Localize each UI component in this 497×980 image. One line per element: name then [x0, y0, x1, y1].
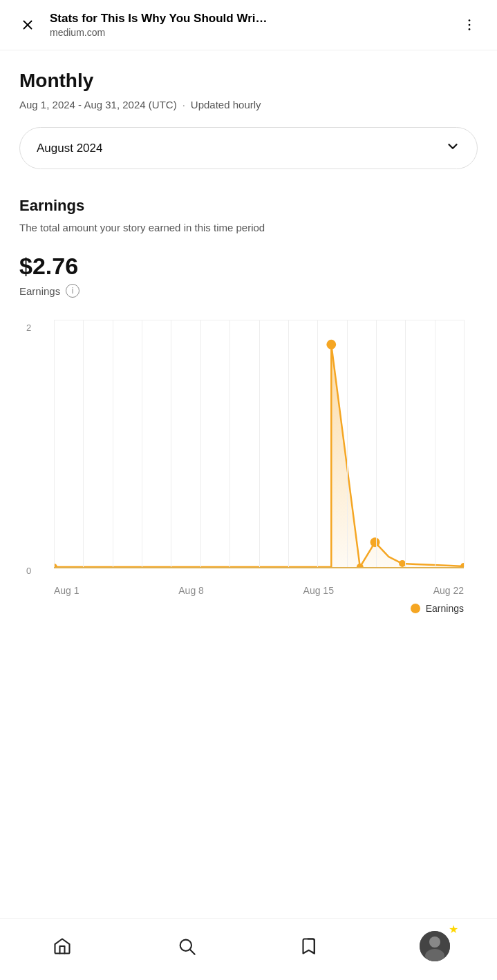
more-button[interactable]: [456, 11, 483, 39]
grid-line: [229, 320, 230, 567]
x-label-aug1: Aug 1: [54, 585, 79, 596]
earnings-amount: $2.76: [19, 253, 478, 280]
svg-point-3: [469, 24, 471, 26]
svg-point-2: [469, 19, 471, 21]
nav-bookmarks[interactable]: [290, 925, 331, 967]
grid-line: [259, 320, 260, 567]
page-title: Monthly: [19, 70, 478, 92]
bookmarks-icon: [301, 936, 320, 956]
earnings-label-text: Earnings: [19, 285, 60, 297]
svg-point-14: [429, 936, 440, 948]
month-selector[interactable]: August 2024: [19, 127, 478, 169]
avatar-image: [420, 931, 450, 961]
date-range-text: Aug 1, 2024 - Aug 31, 2024 (UTC): [19, 99, 177, 111]
header-title-block: Stats for This Is Why You Should Wri… me…: [50, 12, 447, 38]
nav-profile[interactable]: ★: [414, 925, 456, 967]
grid-line: [347, 320, 348, 567]
svg-point-4: [469, 28, 471, 30]
grid-line: [142, 320, 142, 567]
y-label-max: 2: [26, 323, 31, 333]
avatar-star-icon: ★: [449, 923, 458, 936]
updated-text: Updated hourly: [191, 99, 261, 111]
nav-home[interactable]: [41, 925, 83, 967]
header-title: Stats for This Is Why You Should Wri…: [50, 12, 447, 26]
grid-line: [200, 320, 201, 567]
earnings-section-desc: The total amount your story earned in th…: [19, 222, 478, 233]
x-labels: Aug 1 Aug 8 Aug 15 Aug 22: [54, 585, 464, 596]
chart-container: 2 0: [19, 320, 478, 655]
x-label-aug15: Aug 15: [303, 585, 334, 596]
search-icon: [177, 936, 196, 956]
chart-inner: [54, 320, 464, 568]
close-button[interactable]: [14, 11, 41, 39]
grid-line: [376, 320, 377, 567]
grid-line: [464, 320, 465, 567]
date-range: Aug 1, 2024 - Aug 31, 2024 (UTC) · Updat…: [19, 99, 478, 111]
grid-line: [171, 320, 171, 567]
header: Stats for This Is Why You Should Wri… me…: [0, 0, 497, 50]
month-selector-label: August 2024: [37, 142, 102, 155]
chevron-down-icon: [445, 139, 460, 157]
grid-line: [113, 320, 113, 567]
main-content: Monthly Aug 1, 2024 - Aug 31, 2024 (UTC)…: [0, 50, 497, 655]
nav-search[interactable]: [166, 925, 207, 967]
svg-point-6: [326, 340, 336, 349]
chart-top-line: [54, 320, 464, 320]
x-label-aug8: Aug 8: [178, 585, 204, 596]
info-icon[interactable]: i: [66, 284, 79, 298]
header-subtitle: medium.com: [50, 27, 447, 38]
svg-line-12: [190, 950, 194, 954]
grid-line: [435, 320, 435, 567]
x-label-aug22: Aug 22: [433, 585, 464, 596]
y-label-min: 0: [26, 566, 31, 589]
earnings-section-title: Earnings: [19, 197, 478, 215]
earnings-label-row: Earnings i: [19, 284, 478, 298]
home-icon: [53, 936, 72, 956]
svg-point-8: [371, 537, 380, 547]
grid-line: [288, 320, 289, 567]
dot-separator: ·: [182, 99, 185, 111]
grid-line: [405, 320, 406, 567]
avatar: [420, 931, 450, 961]
grid-line: [317, 320, 318, 567]
grid-line: [83, 320, 84, 567]
bottom-nav: ★: [0, 918, 497, 980]
grid-line: [54, 320, 55, 567]
